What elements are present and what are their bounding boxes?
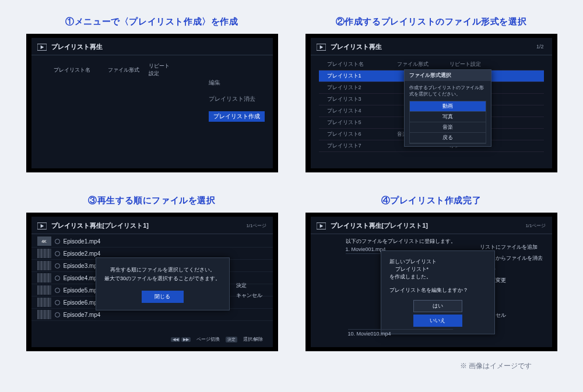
format-option[interactable]: 動画	[410, 101, 486, 112]
screenshot-3: プレイリスト再生[プレイリスト1] 1/1ページ Episode1.mp4Epi…	[27, 213, 278, 351]
screenshot-1: プレイリスト再生 プレイリスト名 ファイル形式 リピート設定 編集 プレイリスト…	[27, 34, 278, 172]
caption-1: ①メニューで〈プレイリスト作成〉を作成	[23, 16, 280, 27]
title-text: プレイリスト再生	[51, 221, 103, 230]
no-button[interactable]: いいえ	[413, 315, 462, 327]
format-option[interactable]: 戻る	[410, 133, 486, 143]
thumbnail-icon	[37, 261, 51, 270]
yes-button[interactable]: はい	[413, 300, 462, 312]
dialog-l2: プレイリスト*	[389, 266, 486, 273]
page-indicator: 1/1ページ	[525, 223, 546, 229]
caption-2: ②作成するプレイリストのファイル形式を選択	[303, 16, 560, 27]
pager-keys-icon: ◀◀▶▶	[171, 337, 191, 342]
file-name: Episode2.mp4	[64, 250, 101, 257]
radio-icon[interactable]	[55, 288, 60, 293]
register-heading: 以下のファイルをプレイリストに登録します。	[346, 238, 465, 245]
thumbnail-icon	[37, 298, 51, 307]
dialog-line-2: 最大で30のファイルを選択することができます。	[103, 275, 222, 282]
page-indicator: 1/1ページ	[246, 223, 266, 229]
file-name: Episode7.mp4	[64, 312, 101, 318]
menu-edit[interactable]: 編集	[209, 79, 265, 87]
file-row[interactable]: Episode7.mp4	[31, 309, 273, 321]
dialog-l3: を作成しました。	[389, 273, 486, 281]
file-name: Episode1.mp4	[64, 238, 101, 245]
play-icon	[317, 44, 326, 51]
play-icon	[37, 223, 47, 229]
format-dialog: ファイル形式選択 作成するプレイリストのファイル形式を選択してください。 動画写…	[404, 69, 491, 147]
disclaimer: ※ 画像はイメージです	[23, 361, 560, 371]
caption-3: ③再生する順にファイルを選択	[23, 195, 280, 206]
list-row-last: 10. Movie010.mp4	[348, 329, 453, 337]
side-decide[interactable]: 決定	[236, 282, 262, 289]
file-row[interactable]: Episode1.mp4	[31, 235, 273, 248]
radio-icon[interactable]	[55, 312, 60, 317]
caption-4: ④プレイリスト作成完了	[303, 195, 560, 206]
window-title: プレイリスト再生[プレイリスト1] 1/1ページ	[311, 217, 552, 234]
radio-icon[interactable]	[55, 239, 60, 244]
dialog-title: ファイル形式選択	[405, 70, 491, 81]
thumbnail-icon	[37, 273, 51, 282]
dialog-message: 作成するプレイリストのファイル形式を選択してください。	[409, 84, 486, 97]
thumbnail-icon	[37, 236, 51, 246]
created-dialog: 新しいプレイリスト プレイリスト* を作成しました。 プレイリスト名を編集します…	[381, 250, 495, 334]
screenshot-4: プレイリスト再生[プレイリスト1] 1/1ページ 以下のファイルをプレイリストに…	[306, 213, 557, 351]
window-title: プレイリスト再生[プレイリスト1] 1/1ページ	[31, 217, 273, 234]
svg-marker-7	[319, 224, 323, 227]
thumbnail-icon	[37, 249, 51, 258]
thumbnail-icon	[37, 310, 51, 319]
radio-icon[interactable]	[55, 263, 60, 269]
svg-marker-1	[40, 45, 44, 48]
radio-icon[interactable]	[55, 276, 60, 281]
thumbnail-icon	[37, 285, 51, 295]
title-text: プレイリスト再生	[331, 43, 382, 51]
menu-clear[interactable]: プレイリスト消去	[209, 95, 265, 103]
window-title: プレイリスト再生	[311, 38, 552, 55]
context-menu: 編集 プレイリスト消去 プレイリスト作成	[209, 70, 265, 130]
page-indicator: 1/2	[536, 44, 544, 50]
format-option[interactable]: 写真	[410, 112, 486, 122]
table-header: プレイリスト名 ファイル形式 リピート設定	[48, 60, 180, 80]
title-text: プレイリスト再生	[331, 221, 382, 230]
dialog-line-1: 再生する順にファイルを選択してください。	[103, 266, 222, 274]
side-cancel[interactable]: キャンセル	[236, 292, 262, 299]
dialog-l1: 新しいプレイリスト	[389, 258, 486, 266]
decide-key-icon: 決定	[226, 337, 237, 342]
format-option[interactable]: 音楽	[410, 122, 486, 133]
svg-marker-3	[319, 45, 323, 48]
window-title: プレイリスト再生	[31, 38, 273, 55]
select-order-dialog: 再生する順にファイルを選択してください。 最大で30のファイルを選択することがで…	[96, 257, 230, 310]
menu-create[interactable]: プレイリスト作成	[209, 111, 265, 122]
radio-icon[interactable]	[55, 300, 60, 305]
table-header: プレイリスト名ファイル形式リピート設定	[319, 59, 544, 70]
screenshot-2: プレイリスト再生 1/2 プレイリスト名ファイル形式リピート設定 プレイリスト1…	[306, 34, 557, 172]
play-icon	[317, 223, 326, 229]
radio-icon[interactable]	[55, 251, 60, 256]
play-icon	[37, 44, 47, 51]
svg-marker-5	[40, 224, 44, 227]
title-text: プレイリスト再生	[51, 43, 103, 51]
close-button[interactable]: 閉じる	[142, 291, 184, 303]
dialog-q: プレイリスト名を編集しますか？	[389, 287, 486, 294]
side-actions: 決定 キャンセル	[236, 282, 262, 299]
footer-hints: ◀◀▶▶ ページ切換 決定 選択/解除	[171, 336, 263, 342]
